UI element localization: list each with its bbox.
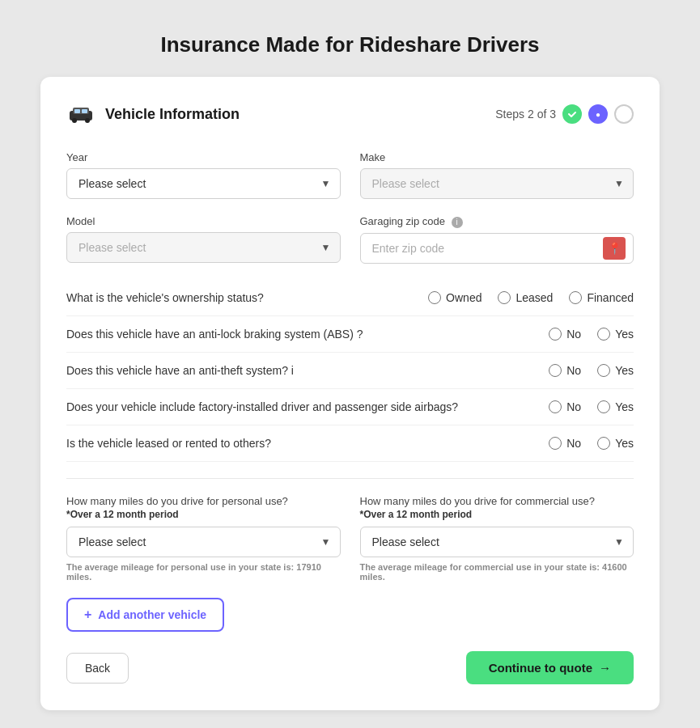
model-group: Model Please select ▼ xyxy=(66,215,341,264)
add-vehicle-plus-icon: + xyxy=(84,607,91,622)
ownership-row: What is the vehicle's ownership status? … xyxy=(66,280,634,316)
year-select[interactable]: Please select xyxy=(66,168,341,199)
make-select-wrapper: Please select ▼ xyxy=(360,168,634,199)
svg-point-3 xyxy=(85,118,90,123)
ownership-leased-label: Leased xyxy=(515,291,553,304)
antitheft-row: Does this vehicle have an anti-theft sys… xyxy=(66,353,634,389)
leased-others-no-label: No xyxy=(566,437,581,450)
abs-no-option[interactable]: No xyxy=(549,328,581,341)
year-group: Year Please select ▼ xyxy=(66,151,341,199)
personal-mileage-select-wrapper: Please select ▼ xyxy=(66,527,341,557)
year-label: Year xyxy=(66,151,341,163)
leased-to-others-question: Is the vehicle leased or rented to other… xyxy=(66,437,271,450)
abs-yes-radio[interactable] xyxy=(597,328,610,341)
model-select[interactable]: Please select xyxy=(66,232,341,263)
leased-others-no-radio[interactable] xyxy=(549,437,562,450)
airbags-radio-group: No Yes xyxy=(549,400,634,413)
commercial-mileage-sublabel: *Over a 12 month period xyxy=(360,509,634,520)
abs-yes-option[interactable]: Yes xyxy=(597,328,634,341)
back-button[interactable]: Back xyxy=(66,653,129,684)
leased-others-no-option[interactable]: No xyxy=(549,437,581,450)
antitheft-no-label: No xyxy=(566,364,581,377)
page-title: Insurance Made for Rideshare Drivers xyxy=(40,32,660,57)
antitheft-yes-option[interactable]: Yes xyxy=(597,364,634,377)
airbags-no-radio[interactable] xyxy=(549,400,562,413)
make-select[interactable]: Please select xyxy=(360,168,634,199)
add-vehicle-label: Add another vehicle xyxy=(98,608,206,621)
abs-radio-group: No Yes xyxy=(549,328,634,341)
ownership-owned-option[interactable]: Owned xyxy=(428,291,482,304)
ownership-financed-label: Financed xyxy=(587,291,634,304)
ownership-owned-radio[interactable] xyxy=(428,291,441,304)
make-label: Make xyxy=(360,151,634,163)
leased-others-yes-option[interactable]: Yes xyxy=(597,437,634,450)
year-make-row: Year Please select ▼ Make Please select … xyxy=(66,151,634,199)
airbags-question: Does your vehicle include factory-instal… xyxy=(66,400,458,413)
personal-mileage-label: How many miles do you drive for personal… xyxy=(66,495,341,507)
personal-mileage-select[interactable]: Please select xyxy=(66,527,341,557)
commercial-mileage-group: How many miles do you drive for commerci… xyxy=(360,495,634,582)
step-2-circle: ● xyxy=(588,104,608,124)
personal-mileage-hint: The average mileage for personal use in … xyxy=(66,562,341,582)
mileage-section: How many miles do you drive for personal… xyxy=(66,495,634,582)
antitheft-info-icon[interactable]: i xyxy=(291,364,294,377)
model-select-wrapper: Please select ▼ xyxy=(66,232,341,263)
zip-label: Garaging zip code i xyxy=(360,215,634,228)
abs-row: Does this vehicle have an anti-lock brak… xyxy=(66,316,634,353)
antitheft-yes-label: Yes xyxy=(615,364,634,377)
antitheft-no-radio[interactable] xyxy=(549,364,562,377)
model-zip-row: Model Please select ▼ Garaging zip code … xyxy=(66,215,634,264)
airbags-no-option[interactable]: No xyxy=(549,400,581,413)
airbags-no-label: No xyxy=(566,400,581,413)
leased-to-others-row: Is the vehicle leased or rented to other… xyxy=(66,425,634,462)
header-left: Vehicle Information xyxy=(66,99,240,129)
zip-group: Garaging zip code i 📍 xyxy=(360,215,634,264)
abs-no-label: No xyxy=(566,328,581,341)
section-title: Vehicle Information xyxy=(105,106,240,123)
make-group: Make Please select ▼ xyxy=(360,151,634,199)
antitheft-question: Does this vehicle have an anti-theft sys… xyxy=(66,364,294,377)
svg-rect-5 xyxy=(82,109,87,113)
airbags-yes-radio[interactable] xyxy=(597,400,610,413)
abs-question: Does this vehicle have an anti-lock brak… xyxy=(66,328,363,341)
abs-no-radio[interactable] xyxy=(549,328,562,341)
year-select-wrapper: Please select ▼ xyxy=(66,168,341,199)
svg-point-2 xyxy=(72,118,77,123)
car-icon xyxy=(66,99,95,129)
personal-mileage-sublabel: *Over a 12 month period xyxy=(66,509,341,520)
svg-rect-4 xyxy=(74,109,80,113)
antitheft-yes-radio[interactable] xyxy=(597,364,610,377)
antitheft-radio-group: No Yes xyxy=(549,364,634,377)
airbags-row: Does your vehicle include factory-instal… xyxy=(66,389,634,425)
steps-indicator: Steps 2 of 3 ● xyxy=(495,104,634,124)
commercial-mileage-select-wrapper: Please select ▼ xyxy=(360,527,634,557)
main-card: Vehicle Information Steps 2 of 3 ● Year … xyxy=(40,77,660,710)
zip-input[interactable] xyxy=(360,233,634,264)
leased-others-yes-radio[interactable] xyxy=(597,437,610,450)
card-header: Vehicle Information Steps 2 of 3 ● xyxy=(66,99,634,129)
commercial-mileage-label: How many miles do you drive for commerci… xyxy=(360,495,634,507)
airbags-yes-option[interactable]: Yes xyxy=(597,400,634,413)
antitheft-no-option[interactable]: No xyxy=(549,364,581,377)
continue-button[interactable]: Continue to quote → xyxy=(466,651,634,684)
ownership-leased-radio[interactable] xyxy=(498,291,511,304)
ownership-radio-group: Owned Leased Financed xyxy=(428,291,634,304)
leased-to-others-radio-group: No Yes xyxy=(549,437,634,450)
commercial-mileage-hint: The average mileage for commercial use i… xyxy=(360,562,634,582)
continue-arrow-icon: → xyxy=(599,661,611,675)
ownership-financed-radio[interactable] xyxy=(569,291,582,304)
model-label: Model xyxy=(66,215,341,227)
add-vehicle-button[interactable]: + Add another vehicle xyxy=(66,598,224,632)
continue-label: Continue to quote xyxy=(489,661,592,675)
footer-actions: Back Continue to quote → xyxy=(66,651,634,684)
step-3-circle xyxy=(614,104,634,124)
step-1-circle xyxy=(562,104,582,124)
abs-yes-label: Yes xyxy=(615,328,634,341)
airbags-yes-label: Yes xyxy=(615,400,634,413)
ownership-leased-option[interactable]: Leased xyxy=(498,291,553,304)
zip-info-icon[interactable]: i xyxy=(452,217,463,228)
steps-label: Steps 2 of 3 xyxy=(495,108,556,121)
commercial-mileage-select[interactable]: Please select xyxy=(360,527,634,557)
personal-mileage-group: How many miles do you drive for personal… xyxy=(66,495,341,582)
ownership-financed-option[interactable]: Financed xyxy=(569,291,634,304)
